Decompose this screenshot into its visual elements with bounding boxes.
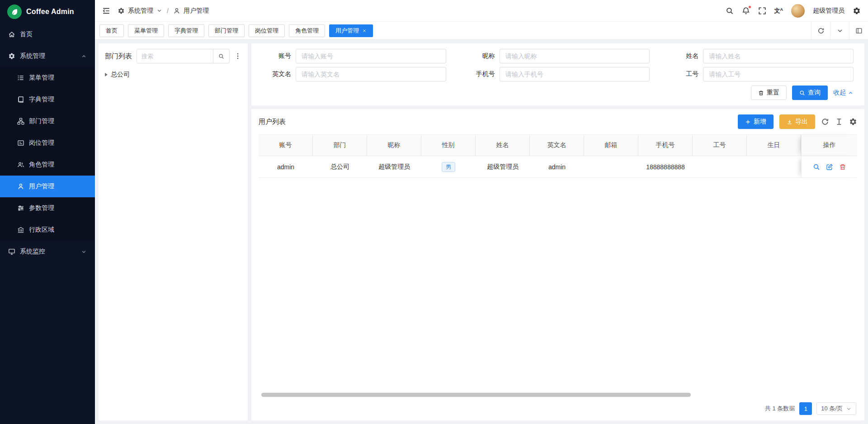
field-phone: 手机号 <box>466 67 650 81</box>
breadcrumb-item-user[interactable]: 用户管理 <box>184 7 209 15</box>
trash-icon <box>758 90 764 96</box>
settings-gear-icon[interactable] <box>853 7 861 15</box>
sidebar-item-system[interactable]: 系统管理 <box>0 45 95 67</box>
col-job-number[interactable]: 工号 <box>693 134 747 156</box>
col-actions: 操作 <box>801 134 857 156</box>
edit-icon[interactable] <box>826 163 833 171</box>
more-options-icon[interactable] <box>234 52 241 60</box>
tab-home[interactable]: 首页 <box>99 24 124 37</box>
column-height-icon[interactable] <box>835 118 843 126</box>
tab-menu-mgmt[interactable]: 菜单管理 <box>128 24 164 37</box>
content-area: 部门列表 总公司 账号 <box>95 40 868 424</box>
sidebar-item-role-mgmt[interactable]: 角色管理 <box>0 154 95 176</box>
col-gender[interactable]: 性别 <box>421 134 476 156</box>
tab-post-mgmt[interactable]: 岗位管理 <box>249 24 285 37</box>
department-panel-title: 部门列表 <box>105 52 132 61</box>
col-account[interactable]: 账号 <box>259 134 313 156</box>
layout-icon[interactable] <box>849 22 868 39</box>
refresh-icon[interactable] <box>811 22 830 39</box>
nickname-input[interactable] <box>500 49 650 63</box>
col-birthday[interactable]: 生日 <box>747 134 801 156</box>
sidebar-item-post-mgmt[interactable]: 岗位管理 <box>0 132 95 154</box>
tab-close-icon[interactable] <box>362 29 367 33</box>
department-panel-header: 部门列表 <box>105 49 241 63</box>
sidebar-item-dict-mgmt[interactable]: 字典管理 <box>0 89 95 110</box>
collapse-link[interactable]: 收起 <box>833 89 854 97</box>
tab-user-mgmt[interactable]: 用户管理 <box>329 24 373 37</box>
sidebar-item-monitor[interactable]: 系统监控 <box>0 241 95 262</box>
coffee-logo-icon <box>7 5 22 19</box>
english-name-input[interactable] <box>296 67 446 81</box>
job-number-input[interactable] <box>703 67 854 81</box>
page-size-select[interactable]: 10 条/页 <box>816 402 856 415</box>
department-panel: 部门列表 总公司 <box>99 43 248 420</box>
sidebar-item-menu-mgmt[interactable]: 菜单管理 <box>0 67 95 89</box>
search-icon[interactable] <box>726 7 734 15</box>
sidebar-item-home[interactable]: 首页 <box>0 24 95 45</box>
col-phone[interactable]: 手机号 <box>638 134 693 156</box>
col-department[interactable]: 部门 <box>313 134 367 156</box>
sidebar-item-label: 参数管理 <box>29 204 54 212</box>
sidebar-item-label: 系统监控 <box>20 248 45 256</box>
page-1-button[interactable]: 1 <box>799 402 812 415</box>
book-icon <box>17 96 24 103</box>
sidebar-submenu-system: 菜单管理 字典管理 部门管理 岗位管理 角色管理 用户管理 <box>0 67 95 241</box>
table-settings-gear-icon[interactable] <box>849 118 857 126</box>
user-table: 账号 部门 昵称 性别 姓名 英文名 邮箱 手机号 工号 生日 操作 admin <box>259 134 857 178</box>
reset-button[interactable]: 重置 <box>751 86 787 100</box>
sidebar-item-param-mgmt[interactable]: 参数管理 <box>0 197 95 219</box>
view-icon[interactable] <box>813 163 820 171</box>
username[interactable]: 超级管理员 <box>813 7 844 15</box>
field-job-number: 工号 <box>670 67 854 81</box>
avatar[interactable] <box>791 4 805 18</box>
monitor-icon <box>8 248 15 255</box>
horizontal-scrollbar-thumb[interactable] <box>261 393 691 397</box>
delete-icon[interactable] <box>839 163 846 171</box>
col-name[interactable]: 姓名 <box>476 134 530 156</box>
home-icon <box>8 31 15 38</box>
table-row[interactable]: admin 总公司 超级管理员 男 超级管理员 admin 1888888888… <box>259 156 857 178</box>
refresh-icon[interactable] <box>821 118 829 126</box>
app-logo[interactable]: Coffee Admin <box>0 0 95 24</box>
sidebar-item-label: 岗位管理 <box>29 139 54 147</box>
table-empty-space <box>259 178 857 393</box>
field-label: 姓名 <box>670 52 698 60</box>
breadcrumb-item-system[interactable]: 系统管理 <box>128 7 153 15</box>
sliders-icon <box>17 205 24 212</box>
breadcrumb: 系统管理 / 用户管理 <box>118 7 209 15</box>
sidebar-item-region-mgmt[interactable]: 行政区域 <box>0 219 95 241</box>
department-search <box>137 49 230 63</box>
phone-input[interactable] <box>500 67 650 81</box>
user-icon <box>17 183 24 190</box>
field-label: 昵称 <box>466 52 495 60</box>
sidebar-item-user-mgmt[interactable]: 用户管理 <box>0 176 95 197</box>
query-button[interactable]: 查询 <box>792 86 828 100</box>
chevron-down-icon[interactable] <box>830 22 849 39</box>
department-search-button[interactable] <box>213 49 229 63</box>
cell-account: admin <box>259 156 313 178</box>
user-list-title: 用户列表 <box>259 118 286 126</box>
col-english-name[interactable]: 英文名 <box>530 134 584 156</box>
department-search-input[interactable] <box>137 49 213 63</box>
topbar-actions: 文A 超级管理员 <box>726 4 861 18</box>
account-input[interactable] <box>296 49 446 63</box>
col-email[interactable]: 邮箱 <box>584 134 638 156</box>
pagination-total: 共 1 条数据 <box>765 405 795 413</box>
notification-bell-icon[interactable] <box>742 7 750 15</box>
filter-actions: 重置 查询 收起 <box>262 86 854 100</box>
cell-department: 总公司 <box>313 156 367 178</box>
tab-dict-mgmt[interactable]: 字典管理 <box>168 24 204 37</box>
chevron-up-icon <box>81 53 87 59</box>
translate-icon[interactable]: 文A <box>774 8 783 14</box>
name-input[interactable] <box>703 49 854 63</box>
col-nickname[interactable]: 昵称 <box>367 134 421 156</box>
tab-dept-mgmt[interactable]: 部门管理 <box>208 24 245 37</box>
tree-item-root-company[interactable]: 总公司 <box>105 70 241 80</box>
export-button[interactable]: 导出 <box>779 114 815 129</box>
sidebar-item-label: 系统管理 <box>20 52 45 60</box>
sidebar-item-dept-mgmt[interactable]: 部门管理 <box>0 110 95 132</box>
add-button[interactable]: 新增 <box>738 114 774 129</box>
fullscreen-icon[interactable] <box>758 7 766 15</box>
menu-fold-icon[interactable] <box>102 7 110 15</box>
tab-role-mgmt[interactable]: 角色管理 <box>289 24 325 37</box>
